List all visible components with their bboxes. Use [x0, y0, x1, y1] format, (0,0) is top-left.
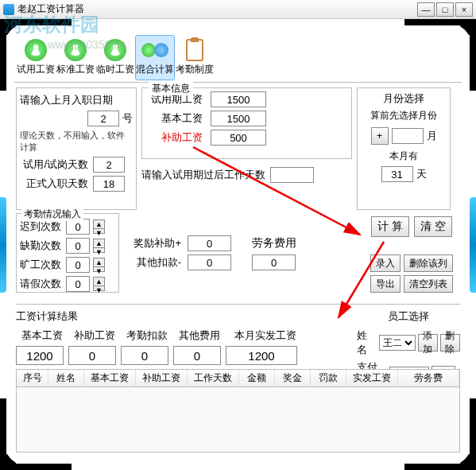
people-icon — [141, 39, 168, 61]
basic-info-legend: 基本信息 — [149, 82, 193, 95]
th-base[interactable]: 基本工资 — [84, 370, 136, 386]
deduct-label: 其他扣款- — [126, 255, 181, 270]
close-button[interactable]: × — [455, 2, 473, 17]
month-days-input[interactable] — [381, 166, 413, 182]
result-table: 序号 姓名 基本工资 补助工资 工作天数 金额 奖金 罚款 实发工资 劳务费 — [16, 369, 460, 453]
toolbar: 试用工资 标准工资 临时工资 混合计算 考勤制度 — [14, 33, 462, 83]
month-select-panel: 月份选择 算前先选择月份 + 月 本月有 天 — [357, 87, 451, 210]
employee-name-label: 姓名 — [357, 328, 377, 357]
tab-attendance-system[interactable]: 考勤制度 — [175, 35, 215, 80]
clear-button[interactable]: 清 空 — [414, 216, 452, 237]
leave-spinner[interactable]: ▲▼ — [93, 277, 105, 291]
result-other-label: 其他费用 — [173, 328, 226, 343]
result-actual-label: 本月实发工资 — [226, 328, 305, 343]
record-button[interactable]: 录入 — [370, 254, 401, 272]
maximize-button[interactable]: □ — [436, 2, 454, 17]
labor-fee-input[interactable] — [252, 254, 296, 270]
theory-days-note: 理论天数，不用输入，软件计算 — [20, 130, 133, 153]
titlebar: 老赵工资计算器 — □ × — [0, 0, 476, 19]
trial-salary-input[interactable] — [211, 91, 266, 107]
th-allowance[interactable]: 补助工资 — [136, 370, 188, 386]
result-actual-value[interactable] — [226, 346, 297, 365]
labor-fee-label: 劳务费用 — [252, 236, 296, 251]
result-base-value[interactable] — [16, 346, 64, 365]
result-base-label: 基本工资 — [16, 328, 68, 343]
table-body[interactable] — [17, 387, 459, 452]
allowance-label: 补助工资 — [147, 130, 203, 145]
leave-count-input[interactable] — [66, 276, 90, 292]
th-bonus[interactable]: 奖金 — [275, 370, 311, 386]
skip-count-input[interactable] — [66, 257, 90, 273]
base-salary-label: 基本工资 — [147, 111, 203, 126]
tab-temp-salary[interactable]: 临时工资 — [95, 35, 135, 80]
result-allowance-value[interactable] — [68, 346, 116, 365]
month-has-label: 本月有 — [361, 150, 447, 163]
attendance-legend: 考勤情况输入 — [21, 208, 83, 221]
allowance-input[interactable] — [211, 130, 266, 146]
formal-days-label: 正式入职天数 — [20, 177, 88, 191]
window-title: 老赵工资计算器 — [17, 2, 417, 16]
absent-count-input[interactable] — [66, 238, 90, 254]
th-seq[interactable]: 序号 — [17, 370, 48, 386]
bonus-label: 奖励补助+ — [126, 236, 181, 251]
result-title: 工资计算结果 — [16, 309, 342, 324]
attendance-fieldset: 考勤情况输入 迟到次数▲▼ 缺勤次数▲▼ 旷工次数▲▼ 请假次数▲▼ — [16, 213, 119, 293]
late-count-input[interactable] — [66, 219, 90, 235]
table-header: 序号 姓名 基本工资 补助工资 工作天数 金额 奖金 罚款 实发工资 劳务费 — [17, 370, 459, 387]
formal-days-input[interactable] — [93, 176, 125, 192]
tab-standard-salary[interactable]: 标准工资 — [56, 35, 95, 80]
absent-count-label: 缺勤次数 — [20, 239, 63, 253]
after-trial-days-input[interactable] — [270, 167, 314, 183]
tab-mixed-calc[interactable]: 混合计算 — [135, 35, 175, 80]
after-trial-days-label: 请输入试用期过后工作天数 — [141, 168, 265, 182]
leave-count-label: 请假次数 — [20, 277, 63, 291]
th-name[interactable]: 姓名 — [48, 370, 84, 386]
minimize-button[interactable]: — — [417, 2, 435, 17]
delete-employee-button[interactable]: 删除 — [440, 334, 460, 352]
month-select-note: 算前先选择月份 — [361, 109, 447, 122]
month-select-title: 月份选择 — [361, 91, 447, 106]
result-deduct-label: 考勤扣款 — [121, 328, 173, 343]
employee-name-select[interactable]: 王二 — [379, 335, 416, 351]
tab-trial-salary[interactable]: 试用工资 — [16, 35, 56, 80]
late-count-label: 迟到次数 — [20, 219, 63, 234]
last-month-day-input[interactable] — [87, 111, 119, 126]
month-plus-button[interactable]: + — [371, 127, 389, 145]
clipboard-icon — [186, 39, 203, 61]
result-other-value[interactable] — [173, 346, 221, 365]
app-icon — [3, 4, 14, 15]
th-amount[interactable]: 金额 — [239, 370, 275, 386]
add-employee-button[interactable]: 添加 — [418, 334, 438, 352]
delete-row-button[interactable]: 删除该列 — [404, 254, 453, 272]
person-icon — [64, 39, 87, 61]
basic-info-fieldset: 基本信息 试用期工资 基本工资 补助工资 — [141, 87, 352, 159]
employee-select-title: 员工选择 — [357, 309, 460, 324]
skip-spinner[interactable]: ▲▼ — [93, 258, 105, 272]
trial-days-label: 试用/试岗天数 — [20, 157, 88, 172]
th-workdays[interactable]: 工作天数 — [188, 370, 239, 386]
late-spinner[interactable]: ▲▼ — [93, 219, 105, 234]
month-input[interactable] — [392, 128, 424, 144]
skip-count-label: 旷工次数 — [20, 258, 63, 272]
entry-date-panel: 请输入上月入职日期 号 理论天数，不用输入，软件计算 试用/试岗天数 正式入职天… — [16, 87, 137, 210]
person-icon — [25, 39, 47, 61]
result-deduct-value[interactable] — [121, 346, 168, 365]
deduct-input[interactable] — [188, 254, 231, 270]
base-salary-input[interactable] — [211, 111, 266, 126]
result-allowance-label: 补助工资 — [68, 328, 121, 343]
last-month-entry-label: 请输入上月入职日期 — [20, 93, 113, 107]
absent-spinner[interactable]: ▲▼ — [93, 239, 105, 253]
bonus-input[interactable] — [188, 235, 231, 251]
trial-days-input[interactable] — [93, 157, 125, 173]
export-button[interactable]: 导出 — [370, 275, 401, 293]
th-actual[interactable]: 实发工资 — [346, 370, 398, 386]
th-penalty[interactable]: 罚款 — [311, 370, 346, 386]
calculate-button[interactable]: 计 算 — [371, 216, 409, 237]
person-icon — [104, 39, 126, 61]
clear-list-button[interactable]: 清空列表 — [404, 275, 453, 293]
th-labor[interactable]: 劳务费 — [398, 370, 459, 386]
